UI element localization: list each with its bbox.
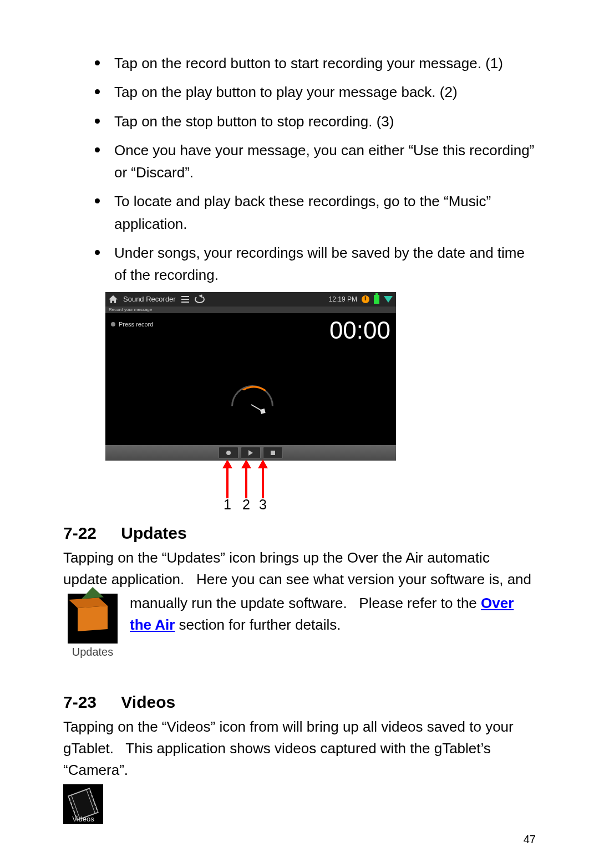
press-record-label: Press record [119, 321, 153, 328]
text-span: manually run the update software. Please… [130, 595, 481, 611]
arrow-label: 3 [259, 497, 267, 513]
record-dot-icon [226, 451, 231, 455]
back-icon [195, 295, 205, 303]
section-7-23-para: Tapping on the “Videos” icon from will b… [63, 716, 536, 781]
page-number: 47 [524, 833, 536, 846]
updates-app-icon-block: Updates [63, 594, 122, 658]
arrow-icon [226, 467, 229, 498]
recorder-button-bar [105, 445, 396, 461]
home-icon [109, 295, 118, 303]
videos-icon: Videos [63, 784, 103, 824]
text-span: section for further details. [175, 616, 341, 633]
updates-icon-label: Updates [63, 646, 122, 658]
section-7-22-para1: Tapping on the “Updates” icon brings up … [63, 547, 536, 590]
play-icon [248, 450, 253, 456]
vu-meter-icon [223, 385, 278, 413]
arrow-label: 2 [242, 497, 250, 513]
section-title: Videos [121, 693, 175, 711]
battery-icon [374, 295, 379, 304]
list-item: Once you have your message, you can eith… [109, 137, 536, 184]
stop-button[interactable] [263, 447, 283, 459]
videos-app-icon-block: Videos [63, 784, 103, 824]
titlebar: Sound Recorder 12:19 PM [105, 292, 396, 307]
recorder-instructions-list: Tap on the record button to start record… [63, 50, 536, 287]
list-item: Tap on the play button to play your mess… [109, 79, 536, 103]
arrow-label: 1 [224, 497, 231, 513]
list-item: To locate and play back these recordings… [109, 188, 536, 235]
record-button[interactable] [219, 447, 238, 459]
section-title: Updates [121, 524, 186, 542]
arrow-icon [262, 467, 264, 498]
app-title: Sound Recorder [123, 295, 176, 303]
press-record-row: Press record [111, 321, 153, 328]
record-indicator-icon [111, 322, 115, 326]
sound-recorder-figure: Sound Recorder 12:19 PM Record your mess… [105, 292, 396, 513]
section-number: 7-22 [63, 524, 116, 543]
info-status-icon [362, 295, 369, 303]
arrow-icon [245, 467, 247, 498]
section-7-22-heading: 7-22 Updates [63, 524, 536, 543]
list-item: Tap on the record button to start record… [109, 50, 536, 74]
list-item: Under songs, your recordings will be sav… [109, 239, 536, 287]
list-item: Tap on the stop button to stop recording… [109, 108, 536, 132]
updates-icon [68, 594, 118, 644]
section-number: 7-23 [63, 693, 116, 712]
timer-display: 00:00 [329, 316, 390, 344]
sub-header: Record your message [105, 307, 396, 313]
section-7-22-para2: manually run the update software. Please… [63, 593, 536, 636]
section-7-23-heading: 7-23 Videos [63, 693, 536, 712]
sound-recorder-screenshot: Sound Recorder 12:19 PM Record your mess… [105, 292, 396, 461]
play-button[interactable] [241, 447, 261, 459]
wifi-icon [384, 296, 393, 303]
clock-label: 12:19 PM [329, 295, 357, 303]
stop-icon [271, 451, 275, 455]
menu-icon [181, 296, 189, 303]
callout-arrows: 1 2 3 [105, 463, 396, 513]
videos-icon-label: Videos [63, 815, 103, 823]
